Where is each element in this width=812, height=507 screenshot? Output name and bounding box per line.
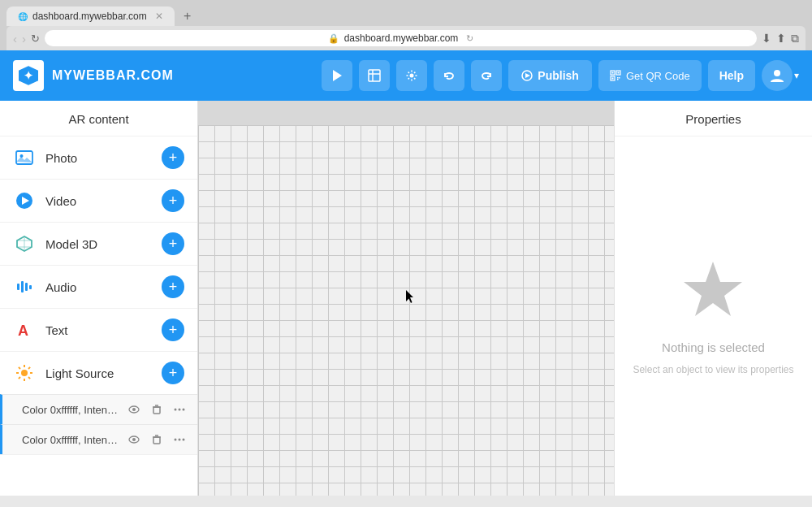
window-button[interactable]: ⧉ — [791, 32, 799, 46]
download-button[interactable]: ⬇ — [762, 32, 771, 45]
sidebar-item-model3d[interactable]: Model 3D + — [0, 223, 197, 266]
qr-button[interactable]: Get QR Code — [598, 60, 702, 91]
avatar-area: ▾ — [762, 60, 799, 91]
svg-rect-16 — [619, 77, 620, 79]
svg-rect-26 — [29, 285, 32, 289]
svg-point-44 — [183, 409, 185, 411]
model3d-label: Model 3D — [45, 237, 162, 251]
svg-rect-3 — [369, 70, 380, 81]
photo-label: Photo — [45, 151, 162, 165]
help-button[interactable]: Help — [708, 60, 755, 91]
publish-button[interactable]: Publish — [508, 60, 592, 91]
viewport[interactable] — [198, 101, 614, 496]
sidebar: AR content Photo + — [0, 101, 198, 496]
new-tab-button[interactable]: + — [178, 6, 197, 26]
svg-text:A: A — [18, 323, 28, 339]
properties-panel: Properties Nothing is selected Select an… — [614, 101, 812, 496]
svg-point-6 — [410, 74, 414, 78]
svg-point-52 — [183, 439, 185, 441]
svg-text:✦: ✦ — [24, 69, 33, 82]
svg-line-34 — [28, 377, 30, 379]
play-button[interactable] — [322, 60, 352, 91]
avatar-button[interactable] — [762, 60, 793, 91]
light-item-2-delete[interactable] — [149, 431, 165, 448]
svg-line-36 — [19, 377, 20, 379]
forward-button[interactable]: › — [22, 32, 26, 46]
sidebar-item-lightsource: Light Source + Color 0xffffff, Intensi..… — [0, 352, 197, 455]
svg-point-18 — [774, 70, 780, 76]
lightsource-label: Light Source — [45, 366, 162, 380]
svg-rect-23 — [17, 284, 19, 290]
add-lightsource-button[interactable]: + — [162, 362, 184, 384]
light-item-2-more[interactable] — [171, 431, 188, 448]
photo-icon — [13, 146, 36, 169]
back-button[interactable]: ‹ — [13, 32, 17, 46]
svg-marker-53 — [684, 262, 742, 316]
svg-rect-47 — [153, 437, 160, 444]
audio-icon — [13, 275, 36, 298]
nav-tools: Publish Get QR Code Help — [322, 60, 799, 91]
light-item-1-label: Color 0xffffff, Intensi... — [22, 404, 119, 416]
refresh-button[interactable]: ↻ — [31, 32, 40, 45]
svg-line-33 — [19, 367, 20, 369]
svg-rect-25 — [25, 283, 28, 291]
light-item-1-visibility[interactable] — [126, 401, 142, 418]
undo-button[interactable] — [434, 60, 464, 91]
svg-rect-17 — [617, 79, 619, 80]
sidebar-item-video[interactable]: Video + — [0, 180, 197, 223]
svg-marker-8 — [525, 73, 530, 78]
logo-text: MYWEBBAR.COM — [52, 68, 174, 83]
svg-point-51 — [179, 439, 181, 441]
svg-point-43 — [179, 409, 181, 411]
svg-rect-15 — [617, 77, 619, 79]
add-photo-button[interactable]: + — [162, 146, 184, 169]
logo-icon: ✦ — [13, 60, 44, 91]
lock-icon: 🔒 — [328, 33, 339, 44]
avatar-dropdown-icon[interactable]: ▾ — [794, 70, 799, 81]
lightsource-icon — [13, 362, 36, 384]
share-button[interactable]: ⬆ — [776, 32, 786, 45]
svg-point-46 — [132, 438, 136, 441]
sidebar-item-photo[interactable]: Photo + — [0, 136, 197, 180]
light-item-1-delete[interactable] — [149, 401, 165, 418]
add-text-button[interactable]: + — [162, 318, 184, 341]
svg-point-20 — [20, 154, 24, 158]
svg-line-35 — [28, 367, 30, 369]
svg-point-50 — [175, 439, 177, 441]
url-text: dashboard.mywebbar.com — [344, 32, 459, 44]
video-label: Video — [45, 194, 162, 208]
add-video-button[interactable]: + — [162, 189, 184, 212]
sidebar-item-text[interactable]: A Text + — [0, 309, 197, 352]
sidebar-item-audio[interactable]: Audio + — [0, 266, 197, 309]
light-item-1[interactable]: Color 0xffffff, Intensi... — [0, 394, 197, 424]
settings-button[interactable] — [396, 60, 427, 91]
select-hint-label: Select an object to view its properties — [633, 364, 793, 375]
light-item-2-label: Color 0xffffff, Intensi... — [22, 434, 119, 446]
text-icon: A — [13, 318, 36, 341]
video-icon — [13, 189, 36, 212]
address-bar[interactable]: 🔒 dashboard.mywebbar.com ↻ — [45, 30, 757, 46]
add-model3d-button[interactable]: + — [162, 232, 184, 255]
light-item-2[interactable]: Color 0xffffff, Intensi... — [0, 424, 197, 454]
svg-rect-39 — [153, 407, 160, 414]
topnav: ✦ MYWEBBAR.COM — [0, 50, 812, 101]
scene-button[interactable] — [359, 60, 390, 91]
properties-title: Properties — [615, 101, 812, 136]
add-audio-button[interactable]: + — [162, 275, 184, 298]
svg-marker-2 — [333, 70, 342, 81]
logo-area: ✦ MYWEBBAR.COM — [13, 60, 174, 91]
sidebar-title: AR content — [0, 101, 197, 136]
lightsource-header[interactable]: Light Source + — [0, 352, 197, 394]
viewport-header — [198, 101, 614, 125]
text-label: Text — [45, 323, 162, 337]
redo-button[interactable] — [471, 60, 502, 91]
light-item-2-visibility[interactable] — [126, 431, 142, 448]
svg-point-42 — [175, 409, 177, 411]
svg-rect-13 — [617, 72, 619, 74]
properties-empty: Nothing is selected Select an object to … — [616, 136, 810, 496]
grid-canvas — [198, 125, 614, 496]
star-icon — [680, 258, 745, 331]
svg-rect-24 — [21, 281, 24, 292]
light-item-1-more[interactable] — [171, 401, 188, 418]
svg-point-38 — [132, 408, 136, 411]
